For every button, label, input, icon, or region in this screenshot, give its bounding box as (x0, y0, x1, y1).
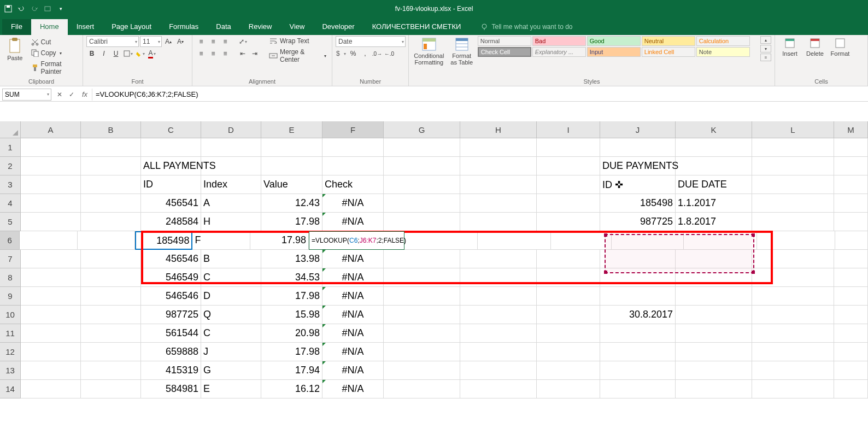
qat-customize-icon[interactable]: ▾ (55, 3, 67, 15)
cell-I12[interactable] (537, 343, 600, 361)
cell-B3[interactable] (81, 175, 141, 194)
cell-H1[interactable] (460, 138, 537, 157)
cell-E9[interactable]: 17.98 (261, 287, 322, 306)
cell-A4[interactable] (21, 194, 81, 213)
cell-E2[interactable] (261, 157, 322, 175)
bold-button[interactable]: B (86, 48, 97, 59)
cell-J12[interactable] (600, 343, 676, 361)
cell-M9[interactable] (834, 287, 868, 306)
cell-A8[interactable] (21, 268, 81, 287)
cell-G13[interactable] (384, 361, 460, 380)
cell-M13[interactable] (834, 361, 868, 380)
cell-L14[interactable] (752, 380, 834, 398)
cell-H8[interactable] (460, 268, 537, 287)
number-format-combo[interactable]: Date (336, 36, 406, 47)
cell-C9[interactable]: 546546 (141, 287, 201, 306)
cell-J2[interactable]: DUE PAYMENTS (600, 157, 676, 175)
percent-button[interactable]: % (348, 48, 359, 59)
paste-button[interactable]: Paste (3, 36, 27, 62)
cell-F12[interactable]: #N/A (322, 343, 384, 361)
style-note[interactable]: Note (696, 47, 750, 57)
insert-cells-button[interactable]: Insert (778, 36, 801, 58)
decrease-indent-button[interactable]: ⇤ (237, 48, 248, 59)
cell-F3[interactable]: Check (322, 175, 384, 194)
cell-M4[interactable] (834, 194, 868, 213)
cell-L5[interactable] (752, 213, 834, 231)
cell-I5[interactable] (537, 213, 600, 231)
cell-C14[interactable]: 584981 (141, 380, 201, 398)
cell-G6[interactable] (404, 231, 478, 250)
align-top-button[interactable]: ≡ (196, 36, 207, 47)
cell-A1[interactable] (21, 138, 81, 157)
save-icon[interactable] (2, 3, 14, 15)
cell-B7[interactable] (81, 250, 141, 268)
cell-B8[interactable] (81, 268, 141, 287)
tab-review[interactable]: Review (240, 19, 281, 35)
cell-M6[interactable] (835, 231, 868, 250)
cell-L6[interactable] (757, 231, 835, 250)
align-middle-button[interactable]: ≡ (208, 36, 219, 47)
row-header[interactable]: 6 (0, 231, 20, 250)
fx-button[interactable]: fx (80, 90, 92, 98)
cell-L10[interactable] (752, 306, 834, 324)
col-header-K[interactable]: K (676, 121, 752, 138)
cell-E14[interactable]: 16.12 (261, 380, 322, 398)
cell-G10[interactable] (384, 306, 460, 324)
underline-button[interactable]: U (110, 48, 121, 59)
increase-indent-button[interactable]: ⇥ (249, 48, 260, 59)
cell-I7[interactable] (537, 250, 600, 268)
cell-D1[interactable] (201, 138, 261, 157)
cell-C13[interactable]: 415319 (141, 361, 201, 380)
cell-G9[interactable] (384, 287, 460, 306)
cell-I4[interactable] (537, 194, 600, 213)
cell-C1[interactable] (141, 138, 201, 157)
cell-K1[interactable] (676, 138, 752, 157)
cell-L7[interactable] (752, 250, 834, 268)
cell-M10[interactable] (834, 306, 868, 324)
cell-G2[interactable] (384, 157, 460, 175)
font-size-combo[interactable]: 11 (140, 36, 162, 47)
cell-F9[interactable]: #N/A (322, 287, 384, 306)
style-linked-cell[interactable]: Linked Cell (642, 47, 695, 57)
cell-A2[interactable] (21, 157, 81, 175)
cell-L9[interactable] (752, 287, 834, 306)
col-header-L[interactable]: L (752, 121, 834, 138)
row-header[interactable]: 13 (0, 361, 21, 380)
cell-D9[interactable]: D (201, 287, 261, 306)
col-header-G[interactable]: G (384, 121, 460, 138)
cell-A12[interactable] (21, 343, 81, 361)
tab-quantities[interactable]: КОЛИЧЕСТВЕНИ СМЕТКИ (363, 19, 470, 35)
style-neutral[interactable]: Neutral (642, 36, 695, 46)
cell-H13[interactable] (460, 361, 537, 380)
orientation-button[interactable]: ⤢ (237, 36, 248, 47)
cell-K7[interactable] (676, 250, 752, 268)
cell-A13[interactable] (21, 361, 81, 380)
cell-D14[interactable]: E (201, 380, 261, 398)
cell-D10[interactable]: Q (201, 306, 261, 324)
cell-A6[interactable] (20, 231, 77, 250)
cell-A7[interactable] (21, 250, 81, 268)
cell-H3[interactable] (460, 175, 537, 194)
cell-A11[interactable] (21, 324, 81, 343)
cell-J4[interactable]: 185498 (600, 194, 676, 213)
cell-B9[interactable] (81, 287, 141, 306)
cell-I3[interactable] (537, 175, 600, 194)
increase-decimal-button[interactable]: .0→ (372, 48, 383, 59)
cell-H14[interactable] (460, 380, 537, 398)
cell-F4[interactable]: #N/A (322, 194, 384, 213)
cell-E11[interactable]: 20.98 (261, 324, 322, 343)
col-header-M[interactable]: M (834, 121, 868, 138)
cell-F14[interactable]: #N/A (322, 380, 384, 398)
cell-J13[interactable] (600, 361, 676, 380)
cell-L13[interactable] (752, 361, 834, 380)
cell-I2[interactable] (537, 157, 600, 175)
cell-J1[interactable] (600, 138, 676, 157)
cell-G7[interactable] (384, 250, 460, 268)
col-header-E[interactable]: E (261, 121, 322, 138)
cell-D6[interactable]: F (192, 231, 250, 250)
cell-D3[interactable]: Index (201, 175, 261, 194)
cell-G14[interactable] (384, 380, 460, 398)
format-painter-button[interactable]: Format Painter (29, 59, 79, 77)
cell-H6[interactable] (478, 231, 551, 250)
cell-J7[interactable] (600, 250, 676, 268)
